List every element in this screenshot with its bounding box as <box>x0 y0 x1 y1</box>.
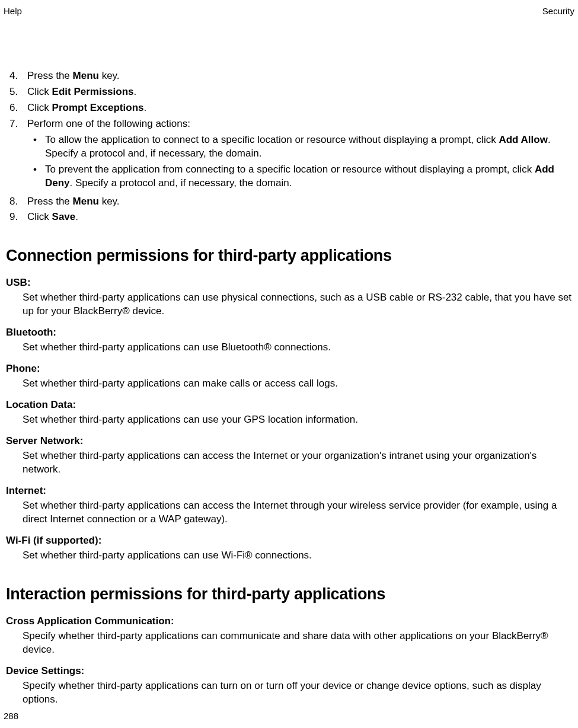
bullet-icon: • <box>33 133 45 161</box>
step-text: Press the Menu key. <box>27 195 572 209</box>
def-desc-internet: Set whether third-party applications can… <box>23 499 572 526</box>
step-8: 8. Press the Menu key. <box>9 195 572 209</box>
step-text: Click Save. <box>27 210 572 224</box>
def-desc-location: Set whether third-party applications can… <box>23 413 572 427</box>
step-text: Press the Menu key. <box>27 69 572 83</box>
def-desc-wifi: Set whether third-party applications can… <box>23 549 572 563</box>
def-term-cross: Cross Application Communication: <box>6 615 572 627</box>
step-9: 9. Click Save. <box>9 210 572 224</box>
def-desc-bluetooth: Set whether third-party applications can… <box>23 341 572 355</box>
section-heading-interaction: Interaction permissions for third-party … <box>6 585 572 604</box>
step-number: 5. <box>9 85 27 99</box>
step-5: 5. Click Edit Permissions. <box>9 85 572 99</box>
step-number: 6. <box>9 101 27 115</box>
def-term-wifi: Wi-Fi (if supported): <box>6 535 572 547</box>
def-term-location: Location Data: <box>6 399 572 411</box>
step-text: Click Edit Permissions. <box>27 85 572 99</box>
definition-list: Cross Application Communication: Specify… <box>6 615 572 707</box>
def-desc-usb: Set whether third-party applications can… <box>23 291 572 318</box>
def-term-device: Device Settings: <box>6 665 572 677</box>
sub-bullets: • To allow the application to connect to… <box>27 133 572 190</box>
step-number: 4. <box>9 69 27 83</box>
def-desc-cross: Specify whether third-party applications… <box>23 630 572 657</box>
bullet-item: • To allow the application to connect to… <box>27 133 572 161</box>
page-content: 4. Press the Menu key. 5. Click Edit Per… <box>4 69 574 707</box>
def-term-internet: Internet: <box>6 485 572 497</box>
section-heading-connection: Connection permissions for third-party a… <box>6 247 572 265</box>
def-desc-device: Specify whether third-party applications… <box>23 679 572 707</box>
step-text: Perform one of the following actions: • … <box>27 117 572 193</box>
step-text: Click Prompt Exceptions. <box>27 101 572 115</box>
page-number: 288 <box>4 711 18 721</box>
bullet-item: • To prevent the application from connec… <box>27 163 572 190</box>
definition-list: USB: Set whether third-party application… <box>6 277 572 562</box>
def-term-phone: Phone: <box>6 363 572 375</box>
step-6: 6. Click Prompt Exceptions. <box>9 101 572 115</box>
def-term-bluetooth: Bluetooth: <box>6 327 572 339</box>
step-number: 8. <box>9 195 27 209</box>
header-right: Security <box>542 6 574 16</box>
def-term-server: Server Network: <box>6 435 572 447</box>
step-number: 7. <box>9 117 27 193</box>
steps-list: 4. Press the Menu key. 5. Click Edit Per… <box>9 69 572 224</box>
step-number: 9. <box>9 210 27 224</box>
def-desc-server: Set whether third-party applications can… <box>23 449 572 477</box>
step-7: 7. Perform one of the following actions:… <box>9 117 572 193</box>
def-desc-phone: Set whether third-party applications can… <box>23 377 572 391</box>
bullet-icon: • <box>33 163 45 190</box>
def-term-usb: USB: <box>6 277 572 289</box>
step-4: 4. Press the Menu key. <box>9 69 572 83</box>
header-left: Help <box>4 6 22 16</box>
